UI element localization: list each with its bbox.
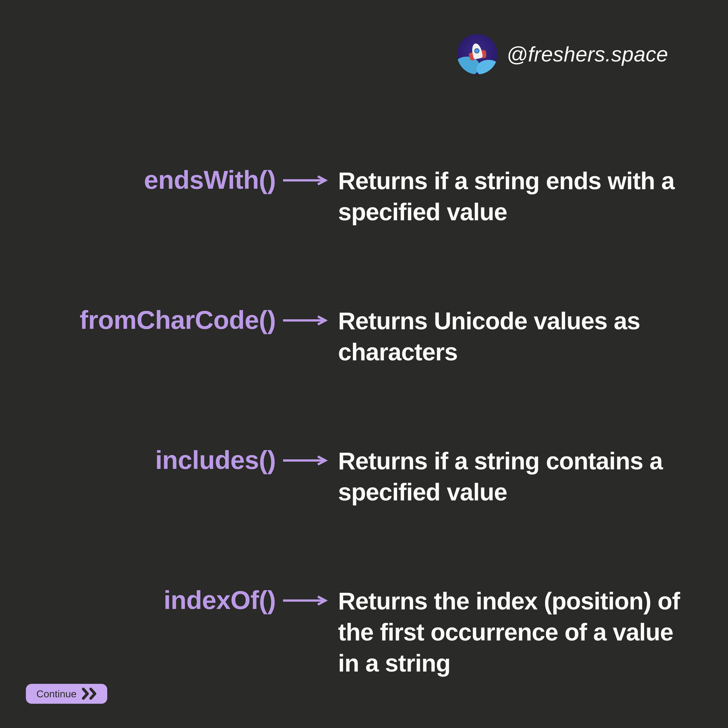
continue-label: Continue xyxy=(37,688,76,699)
method-description: Returns if a string contains a specified… xyxy=(338,445,699,508)
method-description: Returns Unicode values as characters xyxy=(338,305,699,367)
method-description: Returns if a string ends with a specifie… xyxy=(338,165,699,228)
continue-button[interactable]: Continue xyxy=(26,684,107,704)
method-row: includes() Returns if a string contains … xyxy=(29,445,699,508)
method-name: includes() xyxy=(29,445,283,475)
method-name: endsWith() xyxy=(29,165,283,195)
method-row: endsWith() Returns if a string ends with… xyxy=(29,165,699,228)
arrow-icon xyxy=(283,445,338,466)
method-name: fromCharCode() xyxy=(29,305,283,335)
arrow-icon xyxy=(283,585,338,606)
methods-list: endsWith() Returns if a string ends with… xyxy=(0,165,728,679)
chevron-right-double-icon xyxy=(81,688,99,700)
method-name: indexOf() xyxy=(29,585,283,615)
method-row: indexOf() Returns the index (position) o… xyxy=(29,585,699,679)
arrow-icon xyxy=(283,165,338,186)
method-description: Returns the index (position) of the firs… xyxy=(338,585,699,679)
brand-logo xyxy=(457,34,497,74)
arrow-icon xyxy=(283,305,338,326)
account-handle: @freshers.space xyxy=(506,42,668,66)
header: @freshers.space xyxy=(457,34,668,74)
method-row: fromCharCode() Returns Unicode values as… xyxy=(29,305,699,367)
